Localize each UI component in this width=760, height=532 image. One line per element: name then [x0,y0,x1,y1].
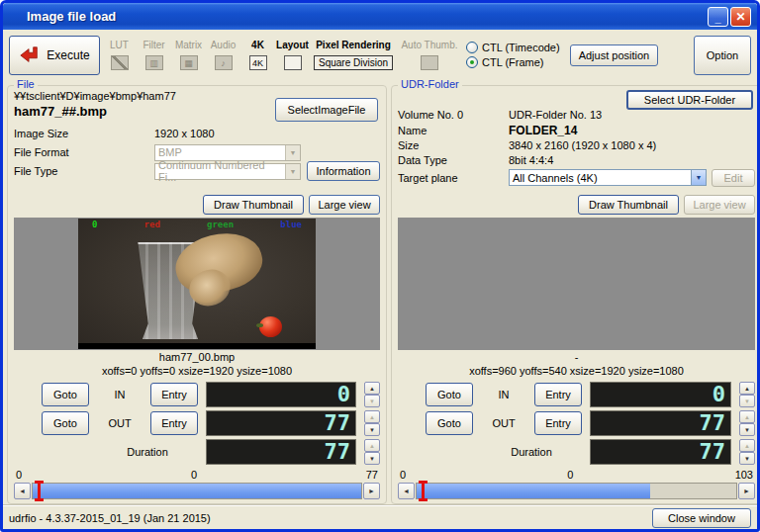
entry-in-button[interactable]: Entry [534,383,582,406]
out-spinner: ▲ ▼ [739,410,755,436]
entry-out-button[interactable]: Entry [150,411,198,435]
duration-value-display: 77 [590,439,731,465]
layout-label: Layout [276,40,309,53]
udr-folder-no: UDR-Folder No. 13 [509,109,602,121]
udr-slider-track[interactable] [416,483,737,499]
title-bar: Image file load _ ✕ [3,3,757,30]
udr-groupbox: UDR-Folder Select UDR-Folder Volume No. … [391,85,760,504]
matrix-label: Matrix [175,40,202,53]
file-format-combo[interactable]: BMP ▼ [154,144,301,161]
select-udr-folder-button[interactable]: Select UDR-Folder [626,90,753,110]
square-division-button[interactable]: Square Division [314,55,393,70]
goto-out-button[interactable]: Goto [42,411,89,435]
duration-label: Duration [481,446,582,458]
spin-down-icon[interactable]: ▼ [364,423,380,436]
folder-name-value: FOLDER_14 [509,124,577,137]
size-value: 3840 x 2160 (1920 x 1080 x 4) [509,139,656,151]
filter-label: Filter [142,40,164,53]
close-button[interactable]: ✕ [730,7,751,27]
spin-up-icon[interactable]: ▲ [739,382,755,395]
status-bar: udrfio - 4.3.37-2015_01_19 (Jan 21 2015)… [3,504,757,531]
slider-right-arrow-icon[interactable]: ► [363,483,380,499]
channel-overlay-text: 0 red green blue [78,220,316,229]
goto-in-button[interactable]: Goto [42,383,89,406]
udr-position-slider[interactable]: ◄ ► [398,483,755,499]
out-spinner: ▲ ▼ [364,410,380,436]
udr-transport: Goto IN Entry 0 ▲ ▼ Goto OUT Entry 77 ▲ … [426,382,755,465]
goto-out-button[interactable]: Goto [426,411,473,435]
spin-up-icon[interactable]: ▲ [364,410,380,423]
name-label: Name [398,125,509,136]
window-title: Image file load [27,9,706,24]
file-type-combo[interactable]: Continuum Numbered Fi... ▼ [154,163,301,180]
spin-down-icon[interactable]: ▼ [739,452,755,465]
spin-down-icon[interactable]: ▼ [739,423,755,436]
spin-down-icon[interactable]: ▼ [364,395,380,407]
4k-badge-icon[interactable]: 4K [249,55,267,70]
spin-up-icon[interactable]: ▲ [739,410,755,423]
large-view-button[interactable]: Large view [309,195,380,215]
spin-down-icon[interactable]: ▼ [364,452,380,465]
adjust-position-button[interactable]: Adjust position [570,44,659,66]
slider-right-arrow-icon[interactable]: ► [738,483,755,499]
overlay-frame-number: 0 [92,220,97,229]
auto-thumb-icon[interactable] [421,55,438,70]
file-slider-labels: 0 0 77 [14,469,380,482]
option-button[interactable]: Option [694,36,751,75]
spin-down-icon[interactable]: ▼ [739,395,755,407]
spin-up-icon[interactable]: ▲ [739,439,755,452]
udr-thumb-offsets: xoffs=960 yoffs=540 xsize=1920 ysize=108… [398,365,755,379]
file-format-label: File Format [14,146,154,158]
matrix-icon[interactable]: ▦ [180,55,198,70]
edit-button[interactable]: Edit [712,169,755,187]
file-position-slider[interactable]: ◄ ► [14,483,380,499]
radio-selected-icon [466,56,478,68]
close-window-button[interactable]: Close window [652,508,751,528]
target-plane-label: Target plane [398,172,509,184]
entry-in-button[interactable]: Entry [150,383,198,406]
file-slider-thumb[interactable] [35,481,44,501]
out-label: OUT [481,417,526,429]
slider-left-arrow-icon[interactable]: ◄ [14,483,31,499]
panels-row: File ¥¥tsclient¥D¥image¥bmp¥ham77 ham77_… [3,79,757,504]
in-spinner: ▲ ▼ [739,382,755,407]
entry-out-button[interactable]: Entry [534,411,582,435]
layout-grid-icon[interactable] [284,55,302,70]
radio-unselected-icon [466,42,478,53]
udr-thumb-buttons: Draw Thumbnail Large view [398,195,755,216]
large-view-button[interactable]: Large view [684,195,755,215]
udr-thumbnail-area [398,218,755,350]
data-type-label: Data Type [398,154,509,166]
minimize-button[interactable]: _ [708,7,728,27]
tool-layout: Layout [277,40,308,70]
file-slider-track[interactable] [32,483,362,499]
execute-button[interactable]: Execute [9,36,100,75]
udr-slider-fill [417,484,650,498]
out-label: OUT [97,417,142,429]
lut-icon[interactable] [111,55,129,70]
information-button[interactable]: Information [307,161,380,181]
chevron-down-icon: ▼ [691,170,706,185]
draw-thumbnail-button[interactable]: Draw Thumbnail [578,195,679,215]
image-file-load-window: Image file load _ ✕ Execute LUT Filter ▥… [0,0,760,532]
slider-min-label: 0 [16,469,22,482]
filter-icon[interactable]: ▥ [145,55,163,70]
spin-up-icon[interactable]: ▲ [364,439,380,452]
ctl-timecode-radio[interactable]: CTL (Timecode) [466,42,560,53]
udr-slider-thumb[interactable] [419,481,428,501]
select-image-file-button[interactable]: SelectImageFile [275,98,378,122]
spin-up-icon[interactable]: ▲ [364,382,380,395]
tool-matrix: Matrix ▦ [173,40,204,70]
slider-left-arrow-icon[interactable]: ◄ [398,483,415,499]
file-type-row: File Type Continuum Numbered Fi... ▼ Inf… [14,162,380,180]
draw-thumbnail-button[interactable]: Draw Thumbnail [203,195,304,215]
in-value-display: 0 [206,382,356,407]
goto-in-button[interactable]: Goto [426,383,473,406]
file-slider-fill [33,484,361,498]
ctl-radio-group: CTL (Timecode) CTL (Frame) [464,42,562,68]
pixel-rendering-group: Pixel Rendering Square Division [312,40,395,70]
slider-max-label: 103 [735,469,753,482]
ctl-frame-radio[interactable]: CTL (Frame) [466,56,560,68]
target-plane-combo[interactable]: All Channels (4K) ▼ [509,169,707,186]
audio-note-icon[interactable]: ♪ [215,55,233,70]
